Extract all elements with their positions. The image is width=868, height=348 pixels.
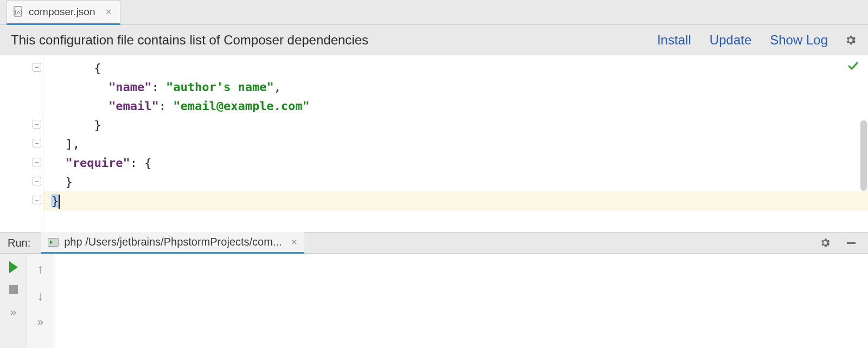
run-settings-icon[interactable]: [816, 237, 834, 249]
fold-toggle-icon[interactable]: −: [33, 120, 41, 128]
run-toolbar-mid: ↑ ↓ »: [27, 254, 54, 348]
stop-button[interactable]: [9, 285, 18, 294]
run-toolbar-left: »: [0, 254, 27, 348]
svg-text:{o}: {o}: [14, 10, 23, 15]
run-tool-body: » ↑ ↓ »: [0, 254, 868, 348]
more-actions-icon[interactable]: »: [10, 306, 16, 318]
inspection-ok-icon: [847, 61, 858, 72]
scroll-up-icon[interactable]: ↑: [37, 261, 44, 276]
code-line[interactable]: }: [43, 172, 868, 191]
run-config-title: php /Users/jetbrains/PhpstormProjects/co…: [64, 236, 282, 248]
composer-settings-icon[interactable]: [844, 34, 857, 47]
run-label: Run:: [8, 237, 30, 249]
run-tool-header: Run: php /Users/jetbrains/PhpstormProjec…: [0, 232, 868, 254]
tab-close-icon[interactable]: ✕: [105, 7, 112, 17]
code-line[interactable]: "email": "email@example.com": [43, 96, 868, 115]
install-link[interactable]: Install: [657, 33, 691, 48]
code-line[interactable]: "require": {: [43, 153, 868, 172]
run-tab-close-icon[interactable]: ✕: [291, 237, 298, 247]
json-file-icon: {o}: [12, 6, 24, 18]
editor-gutter: −−−−−−: [0, 55, 43, 232]
rerun-button[interactable]: [9, 261, 18, 273]
code-line[interactable]: }: [43, 191, 868, 210]
fold-toggle-icon[interactable]: −: [33, 158, 41, 166]
editor-tab-composer-json[interactable]: {o} composer.json ✕: [7, 0, 120, 25]
fold-toggle-icon[interactable]: −: [33, 177, 41, 185]
more-actions-icon-2[interactable]: »: [37, 315, 43, 328]
run-console-output[interactable]: [54, 254, 868, 348]
code-line[interactable]: ],: [43, 134, 868, 153]
info-message: This configuration file contains list of…: [11, 33, 368, 48]
minimize-panel-icon[interactable]: [842, 237, 860, 249]
fold-toggle-icon[interactable]: −: [33, 196, 41, 204]
run-terminal-icon: [48, 238, 59, 247]
text-caret: [59, 195, 60, 209]
code-line[interactable]: {: [43, 59, 868, 78]
svg-rect-2: [847, 242, 856, 244]
code-area[interactable]: { "name": "author's name", "email": "ema…: [43, 55, 868, 232]
fold-toggle-icon[interactable]: −: [33, 63, 41, 72]
tab-filename: composer.json: [29, 6, 95, 18]
code-editor[interactable]: −−−−−− { "name": "author's name", "email…: [0, 55, 868, 232]
code-line[interactable]: "name": "author's name",: [43, 78, 868, 96]
scroll-down-icon[interactable]: ↓: [37, 288, 44, 304]
editor-scrollbar-thumb[interactable]: [860, 120, 867, 191]
run-config-tab[interactable]: php /Users/jetbrains/PhpstormProjects/co…: [41, 232, 304, 254]
code-line[interactable]: }: [43, 115, 868, 134]
tab-bar: {o} composer.json ✕: [0, 0, 868, 25]
fold-toggle-icon[interactable]: −: [33, 139, 41, 147]
update-link[interactable]: Update: [710, 33, 751, 48]
show-log-link[interactable]: Show Log: [770, 33, 828, 48]
composer-info-bar: This configuration file contains list of…: [0, 25, 868, 55]
